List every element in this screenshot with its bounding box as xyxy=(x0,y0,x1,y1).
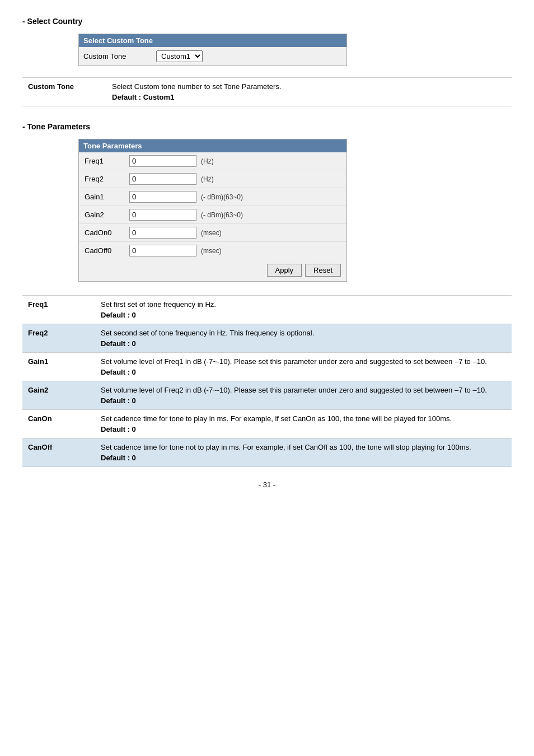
param-default-gain2: Default : 0 xyxy=(101,396,506,405)
custom-tone-default: Default : Custom1 xyxy=(112,93,506,101)
tone-parameters-title: - Tone Parameters xyxy=(22,122,512,131)
custom-tone-dropdown[interactable]: Custom1 Custom2 Custom3 xyxy=(156,50,203,62)
custom-tone-default-label: Default : xyxy=(112,93,141,101)
param-label-canoff: CanOff xyxy=(22,438,95,467)
tone-row-gain2: Gain2 (- dBm)(63~0) xyxy=(79,206,346,224)
param-label-freq2: Freq2 xyxy=(22,324,95,353)
custom-tone-info-table: Custom Tone Select Custom tone number to… xyxy=(22,77,512,106)
tone-input-cadoff0[interactable] xyxy=(129,245,196,256)
param-label-gain1: Gain1 xyxy=(22,353,95,381)
custom-tone-info-label: Custom Tone xyxy=(22,78,106,106)
custom-tone-info-row: Custom Tone Select Custom tone number to… xyxy=(22,78,512,106)
tone-row-label-gain1: Gain1 xyxy=(85,193,129,201)
custom-tone-default-value: Custom1 xyxy=(143,93,175,101)
select-country-title: - Select Country xyxy=(22,17,512,26)
param-desc-freq1: Set first set of tone frequency in Hz. D… xyxy=(95,296,512,324)
param-desc-freq2: Set second set of tone frequency in Hz. … xyxy=(95,324,512,353)
page-number: - 31 - xyxy=(22,480,512,489)
param-row-gain2: Gain2 Set volume level of Freq2 in dB (-… xyxy=(22,381,512,410)
tone-panel-header: Tone Parameters xyxy=(79,139,346,152)
param-default-canoff: Default : 0 xyxy=(101,454,506,462)
param-row-canoff: CanOff Set cadence time for tone not to … xyxy=(22,438,512,467)
reset-button[interactable]: Reset xyxy=(305,264,341,277)
param-desc-canoff: Set cadence time for tone not to play in… xyxy=(95,438,512,467)
select-country-section: - Select Country Select Custom Tone Cust… xyxy=(22,17,512,106)
tone-row-label-freq1: Freq1 xyxy=(85,157,129,165)
tone-row-freq2: Freq2 (Hz) xyxy=(79,170,346,188)
param-label-freq1: Freq1 xyxy=(22,296,95,324)
tone-input-gain1[interactable] xyxy=(129,191,196,203)
param-row-freq1: Freq1 Set first set of tone frequency in… xyxy=(22,296,512,324)
param-label-canon: CanOn xyxy=(22,410,95,438)
param-desc-body: Freq1 Set first set of tone frequency in… xyxy=(22,296,512,467)
tone-input-freq1[interactable] xyxy=(129,155,196,167)
param-default-gain1: Default : 0 xyxy=(101,368,506,376)
param-label-gain2: Gain2 xyxy=(22,381,95,410)
tone-buttons-row: Apply Reset xyxy=(79,259,346,281)
apply-button[interactable]: Apply xyxy=(267,264,302,277)
param-row-gain1: Gain1 Set volume level of Freq1 in dB (-… xyxy=(22,353,512,381)
select-custom-tone-panel: Select Custom Tone Custom Tone Custom1 C… xyxy=(78,34,347,66)
param-default-freq2: Default : 0 xyxy=(101,339,506,348)
tone-input-gain2[interactable] xyxy=(129,209,196,221)
tone-unit-freq2: (Hz) xyxy=(201,175,214,183)
tone-row-cadon0: CadOn0 (msec) xyxy=(79,224,346,242)
tone-row-label-freq2: Freq2 xyxy=(85,175,129,183)
tone-input-freq2[interactable] xyxy=(129,173,196,185)
tone-row-label-cadoff0: CadOff0 xyxy=(85,246,129,255)
tone-row-gain1: Gain1 (- dBm)(63~0) xyxy=(79,188,346,206)
custom-tone-description: Select Custom tone number to set Tone Pa… xyxy=(112,82,282,91)
param-row-freq2: Freq2 Set second set of tone frequency i… xyxy=(22,324,512,353)
tone-unit-cadon0: (msec) xyxy=(201,229,222,237)
param-row-canon: CanOn Set cadence time for tone to play … xyxy=(22,410,512,438)
tone-parameters-panel: Tone Parameters Freq1 (Hz) Freq2 (Hz) Ga… xyxy=(78,139,347,282)
custom-tone-label: Custom Tone xyxy=(83,52,156,60)
param-desc-table: Freq1 Set first set of tone frequency in… xyxy=(22,295,512,467)
tone-panel-body: Freq1 (Hz) Freq2 (Hz) Gain1 (- dBm)(63~0… xyxy=(79,152,346,281)
tone-unit-gain2: (- dBm)(63~0) xyxy=(201,211,243,219)
tone-unit-freq1: (Hz) xyxy=(201,157,214,165)
tone-row-label-gain2: Gain2 xyxy=(85,211,129,219)
param-default-freq1: Default : 0 xyxy=(101,311,506,319)
param-desc-gain2: Set volume level of Freq2 in dB (-7~-10)… xyxy=(95,381,512,410)
param-desc-gain1: Set volume level of Freq1 in dB (-7~-10)… xyxy=(95,353,512,381)
tone-row-cadoff0: CadOff0 (msec) xyxy=(79,242,346,259)
tone-rows-container: Freq1 (Hz) Freq2 (Hz) Gain1 (- dBm)(63~0… xyxy=(79,152,346,259)
tone-parameters-section: - Tone Parameters Tone Parameters Freq1 … xyxy=(22,122,512,467)
tone-unit-cadoff0: (msec) xyxy=(201,247,222,255)
tone-row-label-cadon0: CadOn0 xyxy=(85,228,129,237)
tone-input-cadon0[interactable] xyxy=(129,227,196,239)
param-desc-canon: Set cadence time for tone to play in ms.… xyxy=(95,410,512,438)
custom-tone-row: Custom Tone Custom1 Custom2 Custom3 xyxy=(79,47,346,66)
tone-row-freq1: Freq1 (Hz) xyxy=(79,152,346,170)
select-panel-header: Select Custom Tone xyxy=(79,34,346,47)
param-default-canon: Default : 0 xyxy=(101,425,506,433)
tone-unit-gain1: (- dBm)(63~0) xyxy=(201,193,243,201)
custom-tone-info-desc: Select Custom tone number to set Tone Pa… xyxy=(106,78,512,106)
